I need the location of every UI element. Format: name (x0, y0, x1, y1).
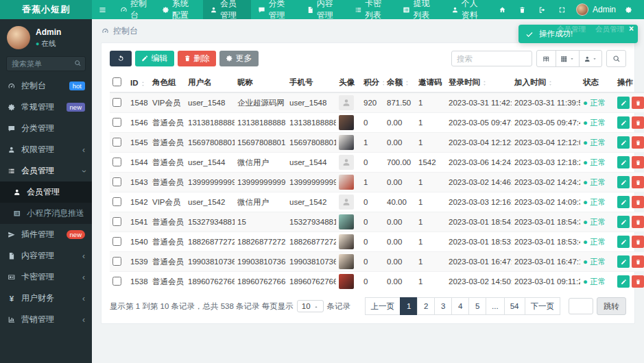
topnav-item-控制台[interactable]: 控制台 (113, 0, 155, 19)
row-delete-button[interactable] (632, 97, 644, 109)
page-button-3[interactable]: 3 (434, 297, 452, 315)
clear-cache-icon[interactable] (512, 6, 532, 14)
comments-icon (258, 6, 265, 14)
page-button-2[interactable]: 2 (417, 297, 435, 315)
sidebar-item-分类管理[interactable]: 分类管理 (0, 118, 92, 139)
next-page-button[interactable]: 下一页 (525, 297, 561, 315)
row-checkbox[interactable] (112, 217, 121, 226)
sidebar-item-内容管理[interactable]: 内容管理‹ (0, 245, 92, 266)
row-edit-button[interactable] (617, 176, 630, 188)
refresh-button[interactable] (110, 51, 132, 66)
topnav-item-提现列表[interactable]: 提现列表 (396, 0, 444, 19)
header-checkbox-cell (110, 73, 128, 92)
topnav-item-卡密列表[interactable]: 卡密列表 (348, 0, 396, 19)
sidebar-item-常规管理[interactable]: 常规管理new (0, 97, 92, 118)
row-delete-button[interactable] (632, 196, 644, 208)
row-delete-button[interactable] (632, 255, 644, 268)
row-edit-button[interactable] (617, 236, 630, 248)
row-delete-button[interactable] (632, 176, 644, 188)
row-checkbox[interactable] (112, 98, 121, 107)
cell-username: user_1542 (185, 192, 235, 212)
row-delete-button[interactable] (632, 136, 644, 149)
page-button-1[interactable]: 1 (400, 297, 418, 315)
row-checkbox[interactable] (112, 257, 121, 266)
sidebar-subitem-小程序消息推送[interactable]: 小程序消息推送 (0, 203, 92, 224)
page-button-5[interactable]: 5 (468, 297, 486, 315)
topnav-item-会员管理[interactable]: 会员管理 (203, 0, 251, 19)
row-checkbox[interactable] (112, 177, 121, 186)
row-edit-button[interactable] (617, 255, 630, 268)
export-dropdown-button[interactable] (579, 50, 603, 67)
sidebar-item-用户财务[interactable]: ¥ 用户财务‹ (0, 288, 92, 309)
column-header-invite[interactable]: 邀请码 (416, 73, 446, 92)
topnav-item-分类管理[interactable]: 分类管理 (251, 0, 299, 19)
page-button-4[interactable]: 4 (451, 297, 469, 315)
table-search-input[interactable] (451, 51, 532, 66)
chevron-left-icon: ‹ (82, 315, 85, 325)
row-checkbox[interactable] (112, 237, 121, 246)
row-edit-button[interactable] (617, 196, 630, 208)
delete-button[interactable]: 删除 (178, 51, 217, 66)
row-edit-button[interactable] (617, 116, 630, 129)
row-edit-button[interactable] (617, 275, 630, 288)
topnav-item-内容管理[interactable]: 内容管理 (300, 0, 348, 19)
sidebar-item-营销管理[interactable]: 营销管理‹ (0, 309, 92, 330)
column-header-login_time[interactable]: 登录时间 (446, 73, 512, 92)
menu-toggle[interactable] (92, 0, 113, 19)
sidebar-item-插件管理[interactable]: 插件管理new (0, 224, 92, 245)
page-size-select[interactable]: 10 (297, 300, 324, 312)
row-delete-button[interactable] (632, 236, 644, 248)
search-button[interactable] (606, 50, 626, 67)
fullscreen-icon[interactable] (552, 6, 572, 14)
user-avatar[interactable] (7, 26, 30, 49)
topnav-item-系统配置[interactable]: 系统配置 (155, 0, 203, 19)
prev-page-button[interactable]: 上一页 (365, 297, 401, 315)
row-checkbox[interactable] (112, 138, 121, 147)
row-edit-button[interactable] (617, 97, 630, 109)
topnav-item-个人资料[interactable]: 个人资料 (444, 0, 492, 19)
row-delete-button[interactable] (632, 116, 644, 129)
toggle-view-button[interactable] (536, 50, 556, 67)
settings-cogs-icon[interactable] (619, 6, 639, 14)
logout-icon[interactable] (532, 6, 552, 14)
admin-username[interactable]: Admin (593, 5, 616, 14)
sidebar-item-权限管理[interactable]: 权限管理‹ (0, 139, 92, 160)
main-content: 控制台 操作成功! 会员管理会员管理 × 编辑 删除 更多 (92, 19, 644, 363)
row-checkbox[interactable] (112, 277, 121, 286)
row-edit-button[interactable] (617, 136, 630, 149)
page-ellipsis[interactable]: ... (486, 297, 505, 315)
avatar-photo (339, 135, 354, 150)
page-button-54[interactable]: 54 (504, 297, 525, 315)
sidebar-subitem-会员管理[interactable]: 会员管理 (0, 182, 92, 203)
edit-button[interactable]: 编辑 (135, 51, 174, 66)
jump-button[interactable]: 跳转 (597, 297, 626, 315)
more-button[interactable]: 更多 (219, 51, 259, 66)
column-header-join_time[interactable]: 加入时间 (512, 73, 580, 92)
sidebar-item-label: 分类管理 (21, 123, 85, 134)
row-checkbox[interactable] (112, 118, 121, 127)
row-delete-button[interactable] (632, 275, 644, 288)
row-delete-button[interactable] (632, 156, 644, 168)
home-icon[interactable] (492, 6, 512, 14)
admin-avatar[interactable] (576, 3, 588, 16)
cell-invite: 1 (416, 173, 446, 192)
select-all-checkbox[interactable] (112, 77, 121, 86)
column-header-money[interactable]: 余额 (384, 73, 416, 92)
user-name: Admin (36, 27, 61, 37)
sidebar-item-卡密管理[interactable]: 卡密管理‹ (0, 266, 92, 288)
cell-op (615, 212, 644, 232)
close-icon[interactable]: × (629, 24, 634, 34)
row-edit-button[interactable] (617, 156, 630, 168)
columns-dropdown-button[interactable] (556, 50, 580, 67)
dashboard-icon (7, 82, 16, 90)
row-checkbox[interactable] (112, 158, 121, 166)
topnav-item-label: 个人资料 (462, 0, 486, 21)
column-header-score[interactable]: 积分 (361, 73, 384, 92)
row-checkbox[interactable] (112, 197, 121, 206)
row-delete-button[interactable] (632, 216, 644, 228)
row-edit-button[interactable] (617, 216, 630, 228)
column-header-id[interactable]: ID (128, 73, 150, 92)
jump-page-input[interactable] (569, 298, 593, 314)
sidebar-item-会员管理[interactable]: 会员管理‹ (0, 160, 92, 182)
sidebar-item-控制台[interactable]: 控制台hot (0, 75, 92, 97)
